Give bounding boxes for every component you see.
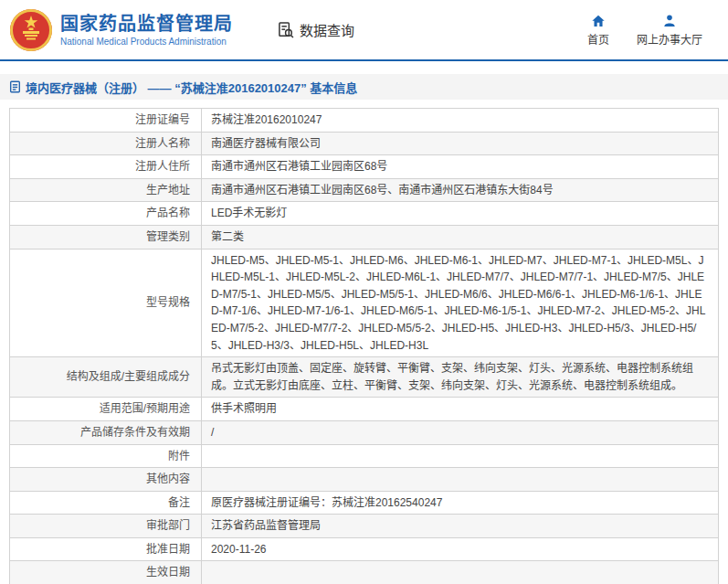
field-value: 2020-11-26: [202, 537, 719, 561]
org-title-block: 国家药品监督管理局 National Medical Products Admi…: [60, 13, 233, 47]
table-row: 注册人住所 南通市通州区石港镇工业园南区68号: [10, 155, 719, 179]
page-header: 国家药品监督管理局 National Medical Products Admi…: [0, 0, 728, 61]
field-value: 原医疗器械注册证编号：苏械注准20162540247: [202, 491, 719, 515]
field-label: 生效日期: [10, 561, 202, 584]
table-row: 适用范围/预期用途 供手术照明用: [10, 398, 719, 421]
breadcrumb: 境内医疗器械（注册） —— “苏械注准20162010247” 基本信息: [0, 74, 728, 100]
nav-service-hall-label: 网上办事大厅: [637, 31, 702, 47]
nav-service-hall[interactable]: 网上办事大厅: [637, 14, 702, 47]
page-title: 境内医疗器械（注册） —— “苏械注准20162010247” 基本信息: [26, 79, 357, 96]
data-query-label: 数据查询: [300, 20, 354, 39]
table-row: 产品储存条件及有效期 /: [10, 420, 719, 444]
field-value: 苏械注准20162010247: [202, 109, 719, 133]
table-row: 生效日期: [10, 561, 719, 584]
field-value: 南通市通州区石港镇工业园南区68号: [202, 155, 719, 179]
field-label: 产品储存条件及有效期: [10, 420, 202, 444]
document-icon: [9, 80, 21, 93]
table-row: 批准日期 2020-11-26: [10, 537, 719, 561]
field-value: LED手术无影灯: [202, 202, 719, 226]
person-icon: [662, 14, 677, 28]
nmpa-logo[interactable]: 国家药品监督管理局 National Medical Products Admi…: [9, 8, 233, 52]
table-row: 注册证编号 苏械注准20162010247: [10, 109, 719, 133]
field-value: 第二类: [202, 225, 719, 249]
field-label: 其他内容: [10, 468, 202, 492]
field-label: 适用范围/预期用途: [10, 398, 202, 421]
field-label: 审批部门: [10, 515, 202, 538]
field-value: 南通医疗器械有限公司: [202, 132, 719, 155]
field-value: 吊式无影灯由顶盖、固定座、旋转臂、平衡臂、支架、纬向支架、灯头、光源系统、电器控…: [202, 357, 719, 398]
data-query-link[interactable]: 数据查询: [277, 20, 354, 39]
data-query-icon: [277, 21, 295, 39]
table-row: 结构及组成/主要组成成分 吊式无影灯由顶盖、固定座、旋转臂、平衡臂、支架、纬向支…: [10, 357, 719, 398]
field-label: 备注: [10, 491, 202, 515]
table-row: 审批部门 江苏省药品监督管理局: [10, 515, 719, 538]
field-value: JHLED-M5、JHLED-M5-1、JHLED-M6、JHLED-M6-1、…: [202, 249, 719, 357]
field-label: 管理类别: [10, 225, 202, 249]
field-value: [202, 468, 719, 492]
table-row: 型号规格 JHLED-M5、JHLED-M5-1、JHLED-M6、JHLED-…: [10, 249, 719, 357]
national-emblem-icon: [9, 8, 53, 52]
org-name-en: National Medical Products Administration: [60, 37, 233, 47]
table-row: 生产地址 南通市通州区石港镇工业园南区68号、南通市通州区石港镇东大街84号: [10, 178, 719, 202]
field-value: [202, 561, 719, 584]
field-label: 注册证编号: [10, 109, 202, 133]
table-row: 备注 原医疗器械注册证编号：苏械注准20162540247: [10, 491, 719, 515]
field-label: 型号规格: [10, 249, 202, 357]
field-value: 江苏省药品监督管理局: [202, 515, 719, 538]
home-icon: [591, 14, 606, 28]
field-value: /: [202, 420, 719, 444]
field-value: [202, 444, 719, 468]
info-table-body: 注册证编号 苏械注准20162010247 注册人名称 南通医疗器械有限公司 注…: [10, 109, 719, 584]
table-row: 注册人名称 南通医疗器械有限公司: [10, 132, 719, 155]
field-value: 供手术照明用: [202, 398, 719, 421]
field-label: 结构及组成/主要组成成分: [10, 357, 202, 398]
nav-home-label: 首页: [587, 31, 609, 47]
table-row: 管理类别 第二类: [10, 225, 719, 249]
field-value: 南通市通州区石港镇工业园南区68号、南通市通州区石港镇东大街84号: [202, 178, 719, 202]
table-row: 产品名称 LED手术无影灯: [10, 202, 719, 226]
field-label: 批准日期: [10, 537, 202, 561]
table-row: 附件: [10, 444, 719, 468]
org-name-cn: 国家药品监督管理局: [60, 13, 233, 35]
field-label: 注册人名称: [10, 132, 202, 155]
nav-home[interactable]: 首页: [587, 14, 609, 47]
table-row: 其他内容: [10, 468, 719, 492]
field-label: 产品名称: [10, 202, 202, 226]
field-label: 附件: [10, 444, 202, 468]
field-label: 注册人住所: [10, 155, 202, 179]
header-nav: 首页 网上办事大厅: [587, 14, 702, 47]
registration-info-table: 注册证编号 苏械注准20162010247 注册人名称 南通医疗器械有限公司 注…: [9, 108, 719, 584]
field-label: 生产地址: [10, 178, 202, 202]
